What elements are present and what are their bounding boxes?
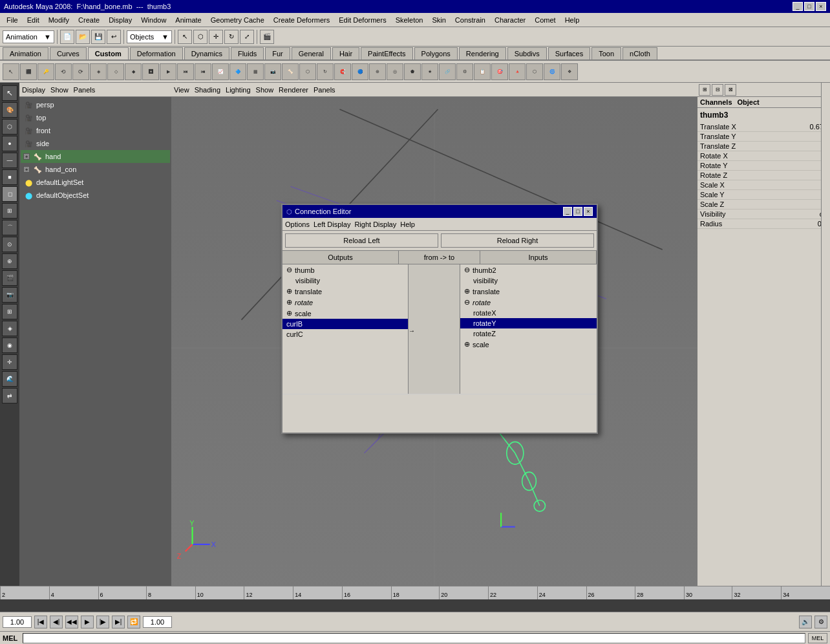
scene-panels-menu[interactable]: Panels — [74, 86, 96, 94]
ce-maximize-button[interactable]: □ — [573, 207, 582, 216]
tab-dynamics[interactable]: Dynamics — [184, 47, 229, 59]
ce-window-controls[interactable]: _ □ × — [563, 207, 593, 216]
tab-toon[interactable]: Toon — [591, 47, 621, 59]
reload-left-button[interactable]: Reload Left — [285, 233, 438, 248]
object-tab[interactable]: Object — [738, 98, 760, 106]
tab-subdivs[interactable]: Subdivs — [507, 47, 547, 59]
channel-scale-y[interactable]: Scale Y 1 — [697, 190, 830, 200]
channel-translate-x[interactable]: Translate X 0.678 — [697, 122, 830, 132]
ce-output-curlb[interactable]: curlB — [282, 319, 408, 329]
animation-mode-dropdown[interactable]: Animation ▼ — [3, 30, 54, 43]
shelf-key4-icon[interactable]: ⟳ — [72, 63, 89, 80]
scene-item-top[interactable]: 🎥 top — [21, 111, 170, 124]
minimize-button[interactable]: _ — [793, 2, 803, 11]
ce-minimize-button[interactable]: _ — [563, 207, 572, 216]
object-mode-button[interactable]: ◻ — [2, 186, 17, 202]
render-button[interactable]: 🎬 — [260, 30, 274, 44]
shelf-skin1-icon[interactable]: 🧲 — [334, 63, 351, 80]
select-mode-button[interactable]: ↖ — [2, 85, 17, 101]
ce-options-menu[interactable]: Options — [285, 220, 310, 228]
channel-translate-y[interactable]: Translate Y 0 — [697, 132, 830, 142]
undo-button[interactable]: ↩ — [107, 30, 121, 44]
channel-layout-button-3[interactable]: ⊠ — [725, 84, 736, 96]
tab-fluids[interactable]: Fluids — [231, 47, 264, 59]
go-start-button[interactable]: |◀ — [34, 616, 47, 628]
snap-view-button[interactable]: ⊕ — [2, 253, 17, 269]
render-view-button[interactable]: 🎬 — [2, 270, 17, 286]
channel-radius[interactable]: Radius 0.3 — [697, 219, 830, 229]
menu-display[interactable]: Display — [105, 15, 136, 25]
shelf-anim4-icon[interactable]: ⏮ — [195, 63, 211, 80]
ce-output-rotate[interactable]: ⊕ rotate — [282, 297, 408, 308]
ce-right-display-menu[interactable]: Right Display — [354, 220, 396, 228]
tab-hair[interactable]: Hair — [332, 47, 359, 59]
channel-rotate-y[interactable]: Rotate Y 0 — [697, 161, 830, 171]
lasso-tool-button[interactable]: ⬡ — [193, 30, 208, 44]
tab-deformation[interactable]: Deformation — [130, 47, 183, 59]
shelf-graph-icon[interactable]: 📈 — [212, 63, 229, 80]
shelf-misc3-icon[interactable]: ⬡ — [526, 63, 543, 80]
range-end-input[interactable] — [143, 616, 172, 628]
component-mode-button[interactable]: ⬡ — [2, 119, 17, 134]
ce-output-translate[interactable]: ⊕ translate — [282, 286, 408, 297]
viewport-panels-menu[interactable]: Panels — [314, 86, 335, 94]
shelf-select-icon[interactable]: ↖ — [3, 63, 19, 80]
scene-item-hand[interactable]: + 🦴 hand — [21, 150, 170, 163]
tab-surfaces[interactable]: Surfaces — [548, 47, 590, 59]
snap-curve-button[interactable]: ⌒ — [2, 220, 17, 235]
play-forward-button[interactable]: ▶ — [81, 616, 94, 628]
ce-input-rotate[interactable]: ⊖ rotate — [460, 297, 597, 308]
ce-output-visibility[interactable]: visibility — [282, 275, 408, 286]
edge-mode-button[interactable]: — — [2, 153, 17, 168]
scene-show-menu[interactable]: Show — [50, 86, 69, 94]
tab-general[interactable]: General — [292, 47, 331, 59]
scene-item-default-object-set[interactable]: ⬤ defaultObjectSet — [21, 189, 170, 202]
ce-output-curlc[interactable]: curlC — [282, 329, 408, 339]
shelf-key2-icon[interactable]: 🔑 — [37, 63, 54, 80]
channel-scale-z[interactable]: Scale Z 1 — [697, 200, 830, 209]
snap-grid-button[interactable]: ⊞ — [2, 203, 17, 219]
shelf-trax-icon[interactable]: ▦ — [247, 63, 264, 80]
tab-ncloth[interactable]: nCloth — [622, 47, 657, 59]
menu-skeleton[interactable]: Skeleton — [392, 15, 427, 25]
shelf-skin6-icon[interactable]: ★ — [421, 63, 438, 80]
snap-point-button[interactable]: ⊙ — [2, 237, 17, 252]
expand-button[interactable]: + — [23, 153, 30, 160]
menu-window[interactable]: Window — [137, 15, 170, 25]
shelf-con1-icon[interactable]: 🔗 — [439, 63, 456, 80]
close-button[interactable]: × — [816, 2, 826, 11]
scene-display-menu[interactable]: Display — [22, 86, 45, 94]
open-file-button[interactable]: 📂 — [76, 30, 90, 44]
shelf-ik1-icon[interactable]: 🦴 — [282, 63, 299, 80]
ce-input-visibility[interactable]: visibility — [460, 275, 597, 286]
show-grid-button[interactable]: ⊞ — [2, 304, 17, 319]
tab-painteffects[interactable]: PaintEffects — [361, 47, 413, 59]
shelf-dope-icon[interactable]: 🔷 — [229, 63, 246, 80]
ce-input-rotatez[interactable]: rotateZ — [460, 328, 597, 339]
menu-create[interactable]: Create — [74, 15, 103, 25]
rotate-tool-button[interactable]: ↻ — [224, 30, 239, 44]
shelf-misc5-icon[interactable]: ❖ — [561, 63, 578, 80]
channel-translate-z[interactable]: Translate Z 0 — [697, 142, 830, 151]
menu-character[interactable]: Character — [491, 15, 529, 25]
channel-rotate-z[interactable]: Rotate Z 0 — [697, 171, 830, 180]
maximize-button[interactable]: □ — [804, 2, 814, 11]
xray-button[interactable]: ◈ — [2, 321, 17, 336]
face-mode-button[interactable]: ■ — [2, 169, 17, 185]
shelf-misc1-icon[interactable]: 🎯 — [491, 63, 508, 80]
shelf-anim2-icon[interactable]: ▶ — [160, 63, 176, 80]
script-type-button[interactable]: MEL — [808, 633, 827, 643]
go-end-button[interactable]: ▶| — [112, 616, 125, 628]
tab-fur[interactable]: Fur — [265, 47, 290, 59]
ce-input-rotatex[interactable]: rotateX — [460, 308, 597, 318]
timeline-bar[interactable]: 2 4 6 8 10 12 14 16 18 20 22 24 26 28 30… — [0, 586, 830, 599]
menu-edit[interactable]: Edit — [23, 15, 43, 25]
ce-output-scale[interactable]: ⊕ scale — [282, 308, 408, 319]
tab-animation[interactable]: Animation — [3, 47, 48, 59]
ce-input-thumb2[interactable]: ⊖ thumb2 — [460, 264, 597, 275]
menu-animate[interactable]: Animate — [171, 15, 205, 25]
menu-constrain[interactable]: Constrain — [451, 15, 489, 25]
viewport-show-menu[interactable]: Show — [256, 86, 274, 94]
title-controls[interactable]: _ □ × — [793, 2, 826, 11]
ipr-render-button[interactable]: 📷 — [2, 287, 17, 303]
